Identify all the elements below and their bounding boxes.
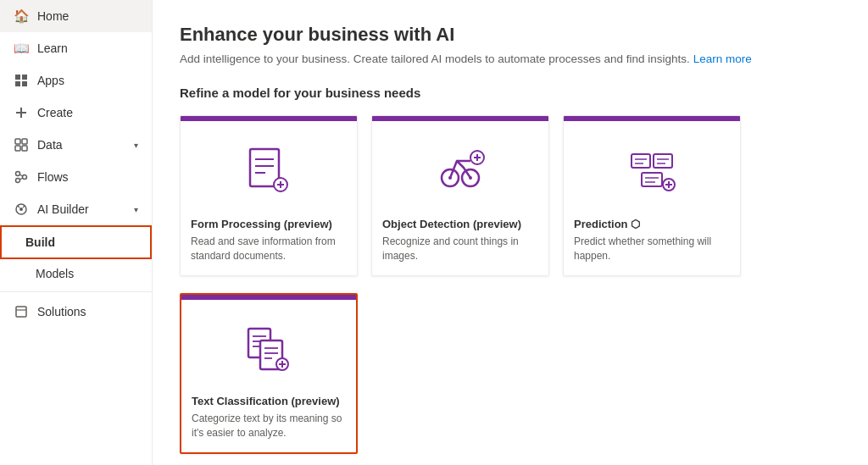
prediction-icon <box>625 142 679 197</box>
svg-point-16 <box>19 208 23 211</box>
sidebar-item-apps[interactable]: Apps <box>0 64 152 97</box>
sidebar-item-label: Learn <box>37 42 68 55</box>
card-icon-area <box>181 121 357 209</box>
solutions-icon <box>14 304 29 319</box>
sidebar-item-flows[interactable]: Flows <box>0 161 152 193</box>
sidebar-item-label: Solutions <box>37 305 86 318</box>
svg-line-14 <box>20 178 23 180</box>
card-form-processing[interactable]: Form Processing (preview) Read and save … <box>180 115 358 276</box>
card-text-classification[interactable]: Text Classification (preview) Categorize… <box>180 293 358 454</box>
card-title: Object Detection (preview) <box>382 218 538 230</box>
section-title: Refine a model for your business needs <box>180 86 841 100</box>
card-prediction[interactable]: Prediction ⬡ Predict whether something w… <box>563 115 741 276</box>
form-processing-icon <box>242 142 296 197</box>
card-title: Form Processing (preview) <box>191 218 347 230</box>
svg-line-17 <box>18 206 19 208</box>
card-title: Text Classification (preview) <box>192 395 346 407</box>
card-body: Form Processing (preview) Read and save … <box>181 209 357 275</box>
sidebar-item-models[interactable]: Models <box>0 259 152 288</box>
svg-rect-36 <box>632 154 650 168</box>
learn-more-link[interactable]: Learn more <box>693 53 752 65</box>
chevron-down-icon: ▾ <box>134 141 138 150</box>
sidebar-item-learn[interactable]: 📖 Learn <box>0 32 152 64</box>
home-icon: 🏠 <box>14 8 29 24</box>
svg-rect-9 <box>22 146 27 151</box>
card-object-detection[interactable]: Object Detection (preview) Recognize and… <box>371 115 549 276</box>
sidebar-item-label: Flows <box>37 170 69 184</box>
sidebar-item-label: Data <box>37 138 63 152</box>
svg-point-10 <box>16 172 20 176</box>
data-icon <box>14 137 29 152</box>
svg-rect-8 <box>15 146 20 151</box>
svg-rect-3 <box>22 81 27 86</box>
object-detection-icon <box>433 142 487 197</box>
sidebar-item-ai-builder[interactable]: AI Builder ▾ <box>0 193 152 225</box>
svg-rect-6 <box>15 139 20 144</box>
card-description: Recognize and count things in images. <box>382 235 538 263</box>
card-icon-area <box>372 121 548 209</box>
card-title: Prediction ⬡ <box>574 218 730 230</box>
sidebar-item-label: Apps <box>37 74 64 87</box>
svg-rect-42 <box>642 173 662 186</box>
card-description: Categorize text by its meaning so it's e… <box>192 412 346 440</box>
sidebar-item-label: Build <box>25 235 55 249</box>
svg-line-18 <box>23 206 25 208</box>
create-icon <box>14 105 29 120</box>
sidebar-item-label: Models <box>36 267 74 280</box>
flows-icon <box>14 169 29 185</box>
svg-rect-7 <box>22 139 27 144</box>
card-description: Read and save information from standard … <box>191 235 347 263</box>
subtitle-text: Add intelligence to your business. Creat… <box>180 53 690 65</box>
svg-point-12 <box>16 179 20 183</box>
sidebar-item-create[interactable]: Create <box>0 97 152 129</box>
svg-rect-1 <box>22 75 27 80</box>
card-body: Text Classification (preview) Categorize… <box>181 386 356 452</box>
svg-line-13 <box>20 174 23 176</box>
apps-icon <box>14 73 29 88</box>
card-icon-area <box>564 121 740 209</box>
cards-row-top: Form Processing (preview) Read and save … <box>180 115 841 276</box>
sidebar-item-label: Home <box>37 9 69 23</box>
card-description: Predict whether something will happen. <box>574 235 730 263</box>
card-icon-area <box>181 300 356 386</box>
sidebar-item-solutions[interactable]: Solutions <box>0 296 152 328</box>
svg-rect-2 <box>15 81 20 86</box>
learn-icon: 📖 <box>14 41 29 56</box>
ai-builder-icon <box>14 202 29 217</box>
card-body: Object Detection (preview) Recognize and… <box>372 209 548 275</box>
svg-rect-39 <box>654 154 672 168</box>
svg-point-11 <box>23 175 27 180</box>
card-body: Prediction ⬡ Predict whether something w… <box>564 209 740 275</box>
page-subtitle: Add intelligence to your business. Creat… <box>180 53 841 65</box>
sidebar-item-label: Create <box>37 106 73 119</box>
sidebar-item-data[interactable]: Data ▾ <box>0 129 152 161</box>
svg-rect-19 <box>16 307 26 317</box>
svg-rect-0 <box>15 75 20 80</box>
main-content: Enhance your business with AI Add intell… <box>153 0 868 465</box>
sidebar-item-home[interactable]: 🏠 Home <box>0 0 152 32</box>
nav-divider <box>0 291 152 292</box>
text-classification-icon <box>242 320 296 374</box>
sidebar-item-build[interactable]: Build <box>0 225 152 259</box>
sidebar: 🏠 Home 📖 Learn Apps Create Data ▾ <box>0 0 153 465</box>
cards-row-bottom: Text Classification (preview) Categorize… <box>180 293 841 454</box>
page-title: Enhance your business with AI <box>180 24 841 46</box>
chevron-down-icon: ▾ <box>134 205 138 214</box>
sidebar-item-label: AI Builder <box>37 202 89 216</box>
